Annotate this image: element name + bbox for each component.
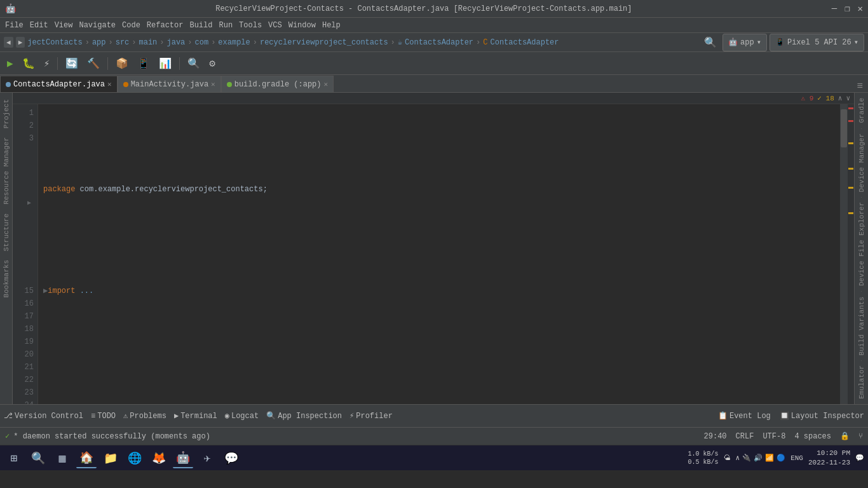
app-icon: 🤖 [5, 3, 16, 14]
avd-manager-button[interactable]: 📱 [134, 55, 153, 72]
code-line-2 [43, 234, 835, 247]
menu-build[interactable]: Build [187, 20, 215, 31]
logcat-tool[interactable]: ◉ Logcat [225, 411, 259, 421]
breadcrumb-java[interactable]: java [167, 38, 186, 47]
menu-window[interactable]: Window [286, 20, 318, 31]
breadcrumb-package[interactable]: recyclerviewproject_contacts [260, 38, 388, 47]
sync-button[interactable]: 🔄 [62, 55, 81, 72]
device-file-explorer-tab[interactable]: Device File Explorer [857, 197, 867, 291]
magnifier-button[interactable]: 🔍 [701, 34, 720, 51]
app-inspection-tool[interactable]: 🔍 App Inspection [266, 411, 342, 421]
breadcrumb-com[interactable]: com [195, 38, 209, 47]
indent-setting[interactable]: 4 spaces [794, 432, 831, 441]
edge-button[interactable]: 🌐 [125, 448, 145, 468]
cursor-position[interactable]: 29:40 [704, 432, 727, 441]
debug-button[interactable]: 🐛 [19, 55, 38, 72]
app-dropdown[interactable]: 🤖 app ▾ [722, 34, 767, 51]
profiler-button[interactable]: 📊 [156, 55, 175, 72]
todo-icon: ≡ [91, 412, 95, 421]
todo-tool[interactable]: ≡ TODO [91, 412, 116, 421]
search-taskbar-button[interactable]: 🔍 [28, 448, 48, 468]
profile-button[interactable]: ⚡ [41, 55, 53, 72]
sidebar-structure-tab[interactable]: Structure [1, 210, 11, 255]
build-variants-tab[interactable]: Build Variants [857, 292, 867, 360]
breadcrumb-main[interactable]: main [139, 38, 158, 47]
files-button[interactable]: 📁 [100, 448, 121, 468]
firefox-button[interactable]: 🦊 [149, 448, 169, 468]
sidebar-bookmarks-tab[interactable]: Bookmarks [1, 256, 11, 301]
idea-button[interactable]: 🤖 [173, 448, 193, 468]
fold-icon-import[interactable]: ▶ [43, 285, 48, 297]
nav-back-button[interactable]: ◀ [4, 37, 13, 48]
minimize-button[interactable]: — [832, 3, 837, 14]
event-log-icon: 📋 [718, 411, 728, 421]
up-arrow-icon[interactable]: ∧ [736, 454, 740, 462]
build-button[interactable]: 🔨 [84, 55, 103, 72]
breadcrumb-project[interactable]: jectContacts [27, 38, 82, 47]
tabs-more-button[interactable]: ≡ [851, 81, 868, 92]
msg-button[interactable]: 💬 [221, 448, 241, 468]
menu-vcs[interactable]: VCS [266, 20, 285, 31]
menu-navigate[interactable]: Navigate [76, 20, 118, 31]
menu-run[interactable]: Run [216, 20, 235, 31]
problems-icon: ⚠ [123, 411, 128, 421]
profiler-tool[interactable]: ⚡ Profiler [349, 411, 393, 421]
breadcrumb-app[interactable]: app [92, 38, 106, 47]
close-button[interactable]: ✕ [858, 3, 863, 14]
line-num-15: 15 [15, 285, 34, 297]
code-scroll-area[interactable]: 1 2 3 15 16 17 18 19 20 21 22 23 24 25 2… [13, 104, 854, 404]
maximize-button[interactable]: ❐ [844, 3, 850, 14]
nav-forward-button[interactable]: ▶ [16, 37, 25, 48]
app-dropdown-label: app [740, 38, 754, 47]
menu-view[interactable]: View [52, 20, 76, 31]
breadcrumb-class[interactable]: ContactsAdapter [405, 38, 473, 47]
menu-code[interactable]: Code [119, 20, 143, 31]
vertical-scrollbar[interactable] [840, 104, 848, 404]
tab-main-activity[interactable]: MainActivity.java ✕ [118, 76, 221, 92]
menu-edit[interactable]: Edit [27, 20, 51, 31]
sidebar-resource-tab[interactable]: Resource Manager [1, 133, 11, 208]
scrollbar-thumb[interactable] [841, 109, 847, 147]
telegram-button[interactable]: ✈ [197, 448, 217, 468]
expand-button[interactable]: ∧ [838, 94, 843, 102]
explorer-button[interactable]: 🏠 [76, 448, 97, 468]
breadcrumb-inner-class[interactable]: ContactsAdapter [490, 38, 559, 47]
tab-main-close[interactable]: ✕ [211, 80, 215, 88]
error-count[interactable]: ⚠ 9 [801, 94, 813, 102]
menu-help[interactable]: Help [320, 20, 343, 31]
version-control-tool[interactable]: ⎇ Version Control [4, 411, 83, 421]
settings-button[interactable]: ⚙ [206, 55, 219, 72]
tab-build-gradle[interactable]: build.gradle (:app) ✕ [221, 76, 334, 92]
code-text[interactable]: ▶ package com.example.recyclerviewprojec… [38, 104, 840, 404]
menu-refactor[interactable]: Refactor [144, 20, 186, 31]
tab-gradle-close[interactable]: ✕ [324, 80, 329, 88]
event-log-tool[interactable]: 📋 Event Log [718, 411, 771, 421]
search-everywhere-button[interactable]: 🔍 [184, 55, 203, 72]
tab-contacts-close[interactable]: ✕ [107, 80, 112, 88]
title-bar-controls[interactable]: — ❐ ✕ [832, 3, 863, 14]
file-encoding[interactable]: UTF-8 [763, 432, 785, 441]
run-button[interactable]: ▶ [4, 55, 17, 72]
collapse-button[interactable]: ∨ [846, 94, 850, 102]
start-button[interactable]: ⊞ [4, 448, 24, 468]
logcat-label: Logcat [231, 412, 259, 421]
notification-button[interactable]: 💬 [855, 454, 864, 462]
device-dropdown[interactable]: 📱 Pixel 5 API 26 ▾ [770, 34, 864, 51]
tab-contacts-adapter[interactable]: ContactsAdapter.java ✕ [0, 76, 118, 92]
menu-tools[interactable]: Tools [236, 20, 264, 31]
sdk-manager-button[interactable]: 📦 [112, 55, 132, 72]
menu-file[interactable]: File [3, 20, 26, 31]
warning-count[interactable]: ✓ 18 [817, 94, 834, 102]
gradle-tab[interactable]: Gradle [857, 93, 867, 128]
device-manager-tab[interactable]: Device Manager [857, 128, 867, 197]
device-dropdown-label: Pixel 5 API 26 [787, 38, 851, 47]
layout-inspector-tool[interactable]: 🔲 Layout Inspector [780, 411, 864, 421]
line-ending[interactable]: CRLF [736, 432, 754, 441]
sidebar-project-tab[interactable]: Project [1, 95, 11, 132]
problems-tool[interactable]: ⚠ Problems [123, 411, 166, 421]
terminal-tool[interactable]: ▶ Terminal [174, 411, 217, 421]
task-view-button[interactable]: ▦ [52, 448, 72, 468]
breadcrumb-example[interactable]: example [218, 38, 250, 47]
breadcrumb-src[interactable]: src [116, 38, 130, 47]
emulator-tab[interactable]: Emulator [857, 360, 867, 404]
